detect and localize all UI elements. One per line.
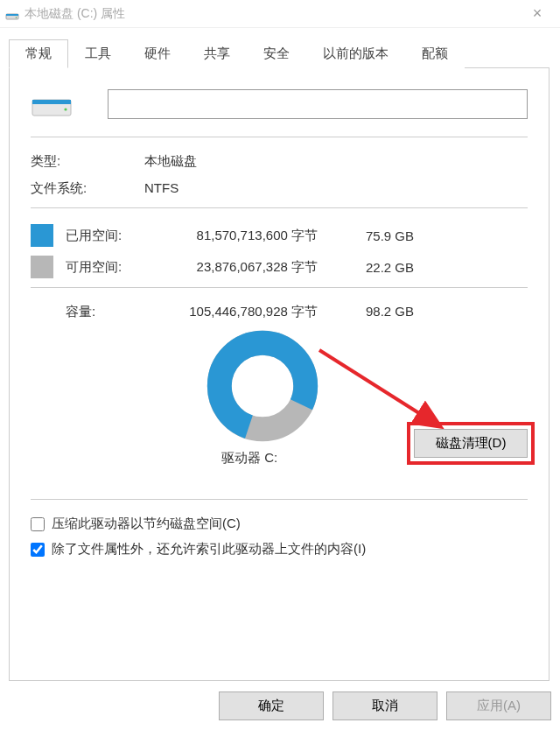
- svg-point-5: [64, 108, 66, 110]
- tab-tools[interactable]: 工具: [68, 39, 128, 68]
- titlebar: 本地磁盘 (C:) 属性 ×: [0, 0, 560, 28]
- ok-button[interactable]: 确定: [219, 691, 324, 720]
- tab-previous-versions[interactable]: 以前的版本: [306, 39, 405, 68]
- usage-chart-area: 驱动器 C: 磁盘清理(D): [31, 329, 528, 478]
- used-swatch: [31, 224, 53, 247]
- compress-label: 压缩此驱动器以节约磁盘空间(C): [52, 516, 241, 532]
- type-value: 本地磁盘: [144, 153, 528, 170]
- compress-checkbox[interactable]: [31, 517, 45, 531]
- filesystem-label: 文件系统:: [31, 180, 144, 197]
- disk-cleanup-button[interactable]: 磁盘清理(D): [414, 429, 528, 458]
- free-space-bytes: 23,876,067,328 字节: [160, 259, 335, 276]
- svg-line-9: [319, 350, 438, 425]
- apply-button[interactable]: 应用(A): [446, 691, 551, 720]
- drive-icon-large: [31, 88, 73, 121]
- separator: [31, 207, 528, 208]
- filesystem-value: NTFS: [144, 180, 528, 197]
- tabstrip: 常规 工具 硬件 共享 安全 以前的版本 配额: [9, 39, 550, 68]
- tab-sharing[interactable]: 共享: [187, 39, 247, 68]
- capacity-bytes: 105,446,780,928 字节: [160, 304, 335, 320]
- svg-point-2: [16, 17, 18, 18]
- dialog-footer: 确定 取消 应用(A): [0, 681, 560, 731]
- used-space-gb: 75.9 GB: [335, 228, 414, 243]
- capacity-label: 容量:: [66, 304, 160, 320]
- separator: [31, 287, 528, 288]
- tab-general[interactable]: 常规: [9, 39, 68, 68]
- separator: [31, 499, 528, 500]
- svg-point-8: [233, 356, 292, 416]
- svg-rect-4: [32, 100, 71, 104]
- type-label: 类型:: [31, 153, 144, 170]
- general-panel: 类型: 本地磁盘 文件系统: NTFS 已用空间: 81,570,713,600…: [9, 68, 550, 681]
- volume-label-input[interactable]: [108, 89, 528, 119]
- tab-quota[interactable]: 配额: [405, 39, 465, 68]
- capacity-gb: 98.2 GB: [335, 304, 414, 320]
- tab-security[interactable]: 安全: [247, 39, 306, 68]
- close-icon[interactable]: ×: [520, 4, 555, 23]
- drive-caption: 驱动器 C:: [221, 450, 277, 467]
- cancel-button[interactable]: 取消: [332, 691, 438, 720]
- free-swatch: [31, 256, 53, 278]
- tab-hardware[interactable]: 硬件: [128, 39, 187, 68]
- window-title: 本地磁盘 (C:) 属性: [24, 6, 520, 22]
- index-label: 除了文件属性外，还允许索引此驱动器上文件的内容(I): [52, 541, 366, 558]
- separator: [31, 137, 528, 137]
- svg-rect-1: [6, 14, 18, 16]
- free-space-label: 可用空间:: [66, 259, 160, 276]
- index-checkbox[interactable]: [31, 543, 45, 557]
- used-space-bytes: 81,570,713,600 字节: [160, 228, 335, 244]
- usage-donut-chart: [206, 329, 319, 443]
- disk-cleanup-highlight: 磁盘清理(D): [407, 422, 535, 465]
- used-space-label: 已用空间:: [66, 228, 160, 244]
- drive-icon: [5, 7, 19, 21]
- free-space-gb: 22.2 GB: [335, 260, 414, 275]
